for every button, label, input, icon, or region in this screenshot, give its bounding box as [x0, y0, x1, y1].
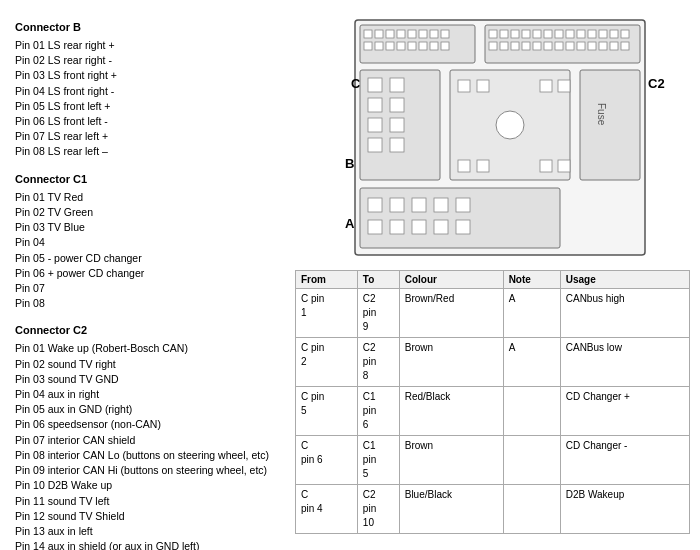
svg-text:A: A: [345, 216, 355, 231]
table-row: C pin 5C1 pin 6Red/BlackCD Changer +: [296, 387, 690, 436]
pin-line: Pin 14 aux in shield (or aux in GND left…: [15, 539, 275, 550]
svg-rect-28: [544, 30, 552, 38]
svg-rect-25: [511, 30, 519, 38]
svg-rect-70: [360, 188, 560, 248]
svg-rect-47: [610, 42, 618, 50]
svg-rect-35: [621, 30, 629, 38]
svg-point-59: [496, 111, 524, 139]
col-colour: Colour: [399, 271, 503, 289]
diagram-area: C1 C2 B A: [295, 10, 690, 270]
svg-rect-56: [368, 138, 382, 152]
pin-line: Pin 04 aux in right: [15, 387, 275, 402]
svg-rect-15: [375, 42, 383, 50]
cell-to: C1 pin 6: [357, 387, 399, 436]
svg-rect-41: [544, 42, 552, 50]
pin-line: Pin 06 speedsensor (non-CAN): [15, 417, 275, 432]
col-usage: Usage: [560, 271, 689, 289]
svg-rect-12: [430, 30, 438, 38]
connector-c1-block: Connector C1 Pin 01 TV Red Pin 02 TV Gre…: [15, 172, 275, 312]
svg-rect-18: [408, 42, 416, 50]
svg-rect-57: [390, 138, 404, 152]
svg-rect-37: [500, 42, 508, 50]
svg-rect-76: [368, 220, 382, 234]
pin-line: Pin 02 LS rear right -: [15, 53, 275, 68]
svg-rect-34: [610, 30, 618, 38]
svg-rect-52: [368, 98, 382, 112]
col-from: From: [296, 271, 358, 289]
cell-colour: Red/Black: [399, 387, 503, 436]
pin-line: Pin 08: [15, 296, 275, 311]
svg-rect-31: [577, 30, 585, 38]
cell-note: [503, 436, 560, 485]
cell-to: C1 pin 5: [357, 436, 399, 485]
svg-text:Fuse: Fuse: [596, 103, 607, 126]
pin-line: Pin 04 LS front right -: [15, 84, 275, 99]
svg-rect-29: [555, 30, 563, 38]
svg-rect-62: [540, 80, 552, 92]
svg-rect-67: [558, 160, 570, 172]
connector-b-pins: Pin 01 LS rear right + Pin 02 LS rear ri…: [15, 38, 275, 160]
svg-rect-21: [441, 42, 449, 50]
pin-line: Pin 05 aux in GND (right): [15, 402, 275, 417]
svg-rect-11: [419, 30, 427, 38]
pin-line: Pin 05 - power CD changer: [15, 251, 275, 266]
table-row: C pin 4C2 pin 10Blue/BlackD2B Wakeup: [296, 485, 690, 534]
cell-colour: Blue/Black: [399, 485, 503, 534]
pin-line: Pin 06 + power CD changer: [15, 266, 275, 281]
svg-rect-77: [390, 220, 404, 234]
pin-line: Pin 02 TV Green: [15, 205, 275, 220]
cell-note: [503, 485, 560, 534]
pin-line: Pin 07: [15, 281, 275, 296]
cell-from: C pin 2: [296, 338, 358, 387]
col-to: To: [357, 271, 399, 289]
svg-rect-9: [397, 30, 405, 38]
cell-usage: CANBus low: [560, 338, 689, 387]
table-row: C pin 1C2 pin 9Brown/RedACANbus high: [296, 289, 690, 338]
svg-rect-75: [456, 198, 470, 212]
pin-line: Pin 05 LS front left +: [15, 99, 275, 114]
pin-line: Pin 08 interior CAN Lo (buttons on steer…: [15, 448, 275, 463]
left-panel: Connector B Pin 01 LS rear right + Pin 0…: [0, 0, 290, 550]
cell-from: C pin 4: [296, 485, 358, 534]
pin-line: Pin 01 LS rear right +: [15, 38, 275, 53]
connector-c1-pins: Pin 01 TV Red Pin 02 TV Green Pin 03 TV …: [15, 190, 275, 312]
cell-usage: CANbus high: [560, 289, 689, 338]
pin-line: Pin 04: [15, 235, 275, 250]
svg-rect-54: [368, 118, 382, 132]
cell-to: C2 pin 10: [357, 485, 399, 534]
svg-rect-55: [390, 118, 404, 132]
svg-rect-26: [522, 30, 530, 38]
svg-rect-16: [386, 42, 394, 50]
connector-c2-title: Connector C2: [15, 323, 275, 339]
svg-rect-32: [588, 30, 596, 38]
pin-line: Pin 06 LS front left -: [15, 114, 275, 129]
pin-line: Pin 12 sound TV Shield: [15, 509, 275, 524]
svg-rect-44: [577, 42, 585, 50]
pin-line: Pin 09 interior CAN Hi (buttons on steer…: [15, 463, 275, 478]
svg-rect-39: [522, 42, 530, 50]
svg-rect-14: [364, 42, 372, 50]
svg-rect-68: [580, 70, 640, 180]
svg-rect-79: [434, 220, 448, 234]
svg-rect-48: [621, 42, 629, 50]
svg-rect-20: [430, 42, 438, 50]
cell-to: C2 pin 8: [357, 338, 399, 387]
svg-rect-23: [489, 30, 497, 38]
svg-rect-13: [441, 30, 449, 38]
svg-rect-8: [386, 30, 394, 38]
svg-rect-74: [434, 198, 448, 212]
table-area: From To Colour Note Usage C pin 1C2 pin …: [295, 270, 690, 545]
svg-rect-60: [458, 80, 470, 92]
cell-to: C2 pin 9: [357, 289, 399, 338]
svg-rect-53: [390, 98, 404, 112]
svg-text:C2: C2: [648, 76, 665, 91]
svg-rect-45: [588, 42, 596, 50]
svg-rect-10: [408, 30, 416, 38]
cell-note: [503, 387, 560, 436]
svg-rect-27: [533, 30, 541, 38]
svg-rect-50: [368, 78, 382, 92]
cell-colour: Brown/Red: [399, 289, 503, 338]
cell-note: A: [503, 338, 560, 387]
svg-rect-51: [390, 78, 404, 92]
cell-usage: D2B Wakeup: [560, 485, 689, 534]
